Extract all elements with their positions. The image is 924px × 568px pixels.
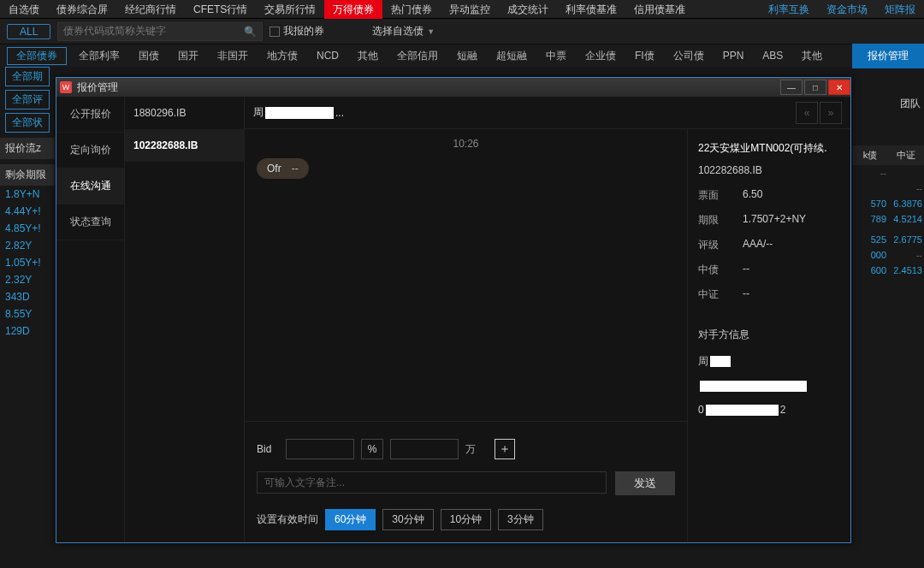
filter-bar: ALL 债券代码或简称关键字 🔍 我报的券 选择自选债 ▼ (0, 19, 924, 44)
category-item[interactable]: 中票 (539, 44, 573, 67)
topnav-tab[interactable]: 交易所行情 (256, 0, 324, 19)
left-value[interactable]: 2.32Y (0, 271, 55, 288)
search-input[interactable]: 债券代码或简称关键字 🔍 (57, 22, 263, 41)
detail-row: 中证-- (698, 287, 840, 302)
category-item[interactable]: FI债 (628, 44, 661, 67)
category-item[interactable]: 国开 (171, 44, 205, 67)
search-icon: 🔍 (244, 26, 257, 38)
prev-button[interactable]: « (796, 102, 818, 124)
left-value[interactable]: 1.05Y+! (0, 254, 55, 271)
mgmt-button[interactable]: 报价管理 (852, 44, 924, 68)
topnav-right-tab[interactable]: 利率互换 (760, 0, 818, 19)
duration-option[interactable]: 60分钟 (325, 509, 376, 530)
cp-org (698, 381, 840, 392)
left-filter[interactable]: 全部状 (5, 113, 50, 133)
dialog-titlebar: W 报价管理 — □ ✕ (56, 78, 850, 97)
table-row: 7894.5214 (852, 211, 924, 227)
dialog-nav-item[interactable]: 定向询价 (56, 133, 124, 169)
detail-row: 中债-- (698, 263, 840, 277)
left-value[interactable]: 4.85Y+! (0, 220, 55, 237)
chat-bubble: Ofr -- (257, 158, 309, 179)
dialog-nav-item[interactable]: 状态查询 (56, 204, 124, 240)
topnav-right-tab[interactable]: 矩阵报 (876, 0, 924, 19)
dialog-nav-item[interactable]: 公开报价 (56, 97, 124, 133)
minimize-button[interactable]: — (780, 80, 803, 95)
redacted-block (265, 107, 334, 119)
left-filter[interactable]: 全部评 (5, 90, 50, 109)
detail-row: 评级AAA/-- (698, 238, 840, 252)
category-item[interactable]: 全部信用 (390, 44, 445, 67)
chat-area: 10:26 Ofr -- Bid % 万 ＋ (245, 129, 688, 542)
category-item[interactable]: ABS (755, 44, 790, 67)
table-row: 5706.3876 (852, 196, 924, 211)
dialog-nav-item[interactable]: 在线沟通 (56, 169, 124, 204)
category-item[interactable]: 其他 (351, 44, 385, 67)
col-header: k债 (852, 145, 888, 165)
left-value[interactable]: 343D (0, 288, 55, 305)
next-button[interactable]: » (820, 102, 842, 124)
category-item[interactable]: 其他 (795, 44, 829, 67)
percent-button[interactable]: % (361, 439, 383, 459)
dialog-list-item[interactable]: 102282688.IB (125, 129, 244, 162)
left-filter[interactable]: 全部期 (5, 67, 50, 86)
bid-amount-input[interactable] (390, 439, 459, 459)
topnav-tab[interactable]: 热门债券 (382, 0, 441, 19)
unit-label: 万 (465, 442, 476, 457)
optional-select[interactable]: 选择自选债 ▼ (372, 24, 435, 38)
topnav-tab[interactable]: 经纪商行情 (116, 0, 185, 19)
left-value[interactable]: 4.44Y+! (0, 203, 55, 220)
topnav-tab[interactable]: 异动监控 (441, 0, 499, 19)
duration-option[interactable]: 3分钟 (498, 509, 543, 530)
left-value[interactable]: 129D (0, 322, 55, 340)
topnav-right-tab[interactable]: 资金市场 (818, 0, 876, 19)
topnav-tab[interactable]: 利率债基准 (557, 0, 625, 19)
table-row: -- (852, 165, 924, 180)
close-button[interactable]: ✕ (828, 80, 850, 95)
left-value[interactable]: 8.55Y (0, 305, 55, 322)
topnav-tab[interactable]: 债券综合屏 (48, 0, 116, 19)
contact-name: 周 ... (253, 105, 344, 120)
category-item[interactable]: PPN (716, 44, 751, 67)
remark-input[interactable]: 可输入文字备注... (257, 471, 607, 494)
topnav-tab[interactable]: 信用债基准 (625, 0, 694, 19)
maximize-button[interactable]: □ (804, 80, 826, 95)
left-value[interactable]: 1.8Y+N (0, 186, 55, 203)
chat-timestamp: 10:26 (245, 129, 687, 158)
category-item[interactable]: 地方债 (260, 44, 305, 67)
dialog-title: 报价管理 (77, 80, 118, 95)
table-row: 000-- (852, 247, 924, 263)
duration-option[interactable]: 30分钟 (382, 509, 433, 530)
chevron-down-icon: ▼ (427, 27, 435, 36)
left-header: 剩余期限 (0, 164, 55, 186)
input-area: Bid % 万 ＋ 可输入文字备注... 发送 (245, 421, 687, 542)
chat-header: 周 ... « » (245, 97, 850, 129)
dialog-list-item[interactable]: 1880296.IB (125, 97, 244, 129)
category-item[interactable]: 国债 (132, 44, 166, 67)
table-row: -- (852, 180, 924, 196)
bond-detail-panel: 22天安煤业MTN002(可持续. 102282688.IB 票面6.50期限1… (688, 129, 850, 542)
category-item[interactable]: 全部利率 (72, 44, 127, 67)
add-button[interactable]: ＋ (495, 439, 515, 459)
detail-row: 期限1.7507+2+NY (698, 213, 840, 228)
bid-price-input[interactable] (286, 439, 354, 459)
topnav-tab[interactable]: CFETS行情 (185, 0, 256, 19)
cp-name: 周 (698, 354, 840, 369)
category-lead[interactable]: 全部债券 (7, 47, 67, 65)
category-item[interactable]: 短融 (450, 44, 484, 67)
topnav-tab[interactable]: 自选债 (0, 0, 48, 19)
duration-option[interactable]: 10分钟 (441, 509, 491, 530)
category-item[interactable]: 公司债 (666, 44, 711, 67)
topnav-tab[interactable]: 万得债券 (324, 0, 382, 19)
all-pill[interactable]: ALL (7, 24, 50, 39)
my-quote-checkbox[interactable]: 我报的券 (270, 24, 324, 38)
app-icon: W (60, 81, 72, 93)
table-row: 5252.6775 (852, 232, 924, 247)
topnav-tab[interactable]: 成交统计 (499, 0, 557, 19)
category-item[interactable]: 企业债 (578, 44, 623, 67)
send-button[interactable]: 发送 (615, 471, 675, 495)
bond-code: 102282688.IB (698, 164, 840, 176)
left-value[interactable]: 2.82Y (0, 237, 55, 254)
category-item[interactable]: 超短融 (489, 44, 534, 67)
category-item[interactable]: 非国开 (210, 44, 255, 67)
category-item[interactable]: NCD (310, 44, 346, 67)
